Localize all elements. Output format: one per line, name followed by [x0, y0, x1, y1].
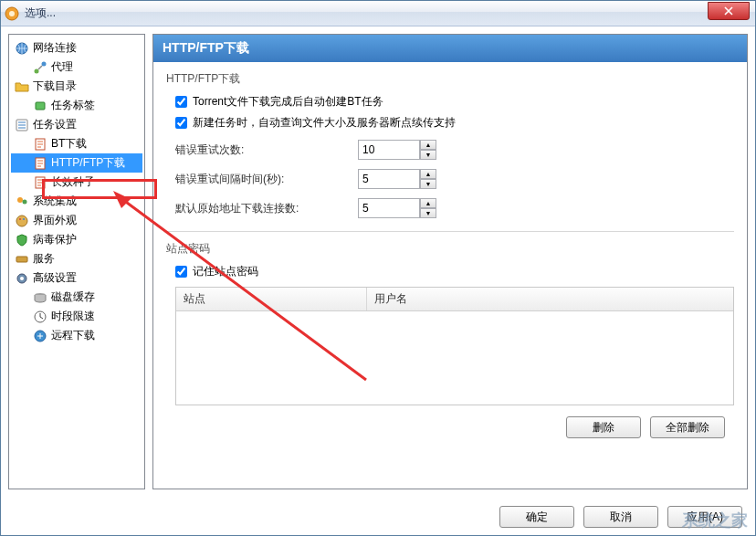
- svg-point-14: [19, 218, 21, 220]
- spin-up-connections[interactable]: ▲: [420, 198, 436, 208]
- app-icon: [5, 6, 19, 21]
- svg-point-1: [9, 11, 15, 16]
- network-icon: [33, 60, 47, 75]
- tree-item-7[interactable]: 长效种子: [11, 173, 142, 192]
- panel-title: HTTP/FTP下载: [153, 35, 747, 62]
- label-auto-create-bt: Torrent文件下载完成后自动创建BT任务: [193, 94, 383, 110]
- settings-tree[interactable]: 网络连接代理下载目录任务标签任务设置BT下载HTTP/FTP下载长效种子系统集成…: [8, 34, 145, 489]
- tree-item-label: 下载目录: [33, 79, 77, 94]
- page-icon: [33, 175, 47, 190]
- titlebar: 选项...: [1, 1, 755, 26]
- spin-up-retry-interval[interactable]: ▲: [420, 169, 436, 179]
- window-title: 选项...: [25, 5, 751, 21]
- group-site-password: 站点密码: [166, 241, 734, 257]
- users-icon: [15, 194, 29, 209]
- svg-point-18: [20, 277, 24, 280]
- cancel-button[interactable]: 取消: [583, 506, 658, 528]
- tree-item-13[interactable]: 磁盘缓存: [11, 288, 142, 307]
- globe-icon: [15, 41, 29, 56]
- tree-item-10[interactable]: 病毒保护: [11, 230, 142, 249]
- tree-item-8[interactable]: 系统集成: [11, 192, 142, 211]
- checkbox-remember-password[interactable]: [175, 266, 187, 278]
- spin-down-connections[interactable]: ▼: [420, 208, 436, 218]
- tree-item-label: 长效种子: [51, 174, 95, 190]
- checkbox-query-filesize[interactable]: [175, 117, 187, 129]
- spin-down-retry-count[interactable]: ▼: [420, 150, 436, 160]
- label-query-filesize: 新建任务时，自动查询文件大小及服务器断点续传支持: [193, 115, 456, 131]
- input-retry-interval[interactable]: [358, 169, 420, 189]
- input-connections[interactable]: [358, 198, 420, 218]
- folder-icon: [15, 79, 29, 94]
- site-password-table[interactable]: 站点 用户名: [175, 287, 734, 405]
- label-connections: 默认原始地址下载连接数:: [175, 201, 358, 216]
- tree-item-label: 高级设置: [33, 270, 77, 286]
- tree-item-label: 磁盘缓存: [51, 289, 95, 305]
- tree-item-label: 系统集成: [33, 194, 77, 209]
- palette-icon: [15, 214, 29, 228]
- tree-item-label: 服务: [33, 251, 55, 267]
- tree-item-1[interactable]: 代理: [11, 58, 142, 77]
- clock-icon: [33, 310, 47, 324]
- spin-down-retry-interval[interactable]: ▼: [420, 179, 436, 189]
- group-http: HTTP/FTP下载: [166, 71, 734, 87]
- tree-item-label: 病毒保护: [33, 232, 77, 247]
- svg-point-3: [35, 68, 39, 73]
- apply-button[interactable]: 应用(A): [667, 506, 742, 528]
- disk-icon: [33, 290, 47, 305]
- tag-icon: [33, 99, 47, 113]
- tree-item-label: 任务设置: [33, 117, 77, 132]
- delete-button[interactable]: 删除: [566, 416, 641, 438]
- close-button[interactable]: [708, 2, 750, 20]
- spin-up-retry-count[interactable]: ▲: [420, 140, 436, 150]
- label-remember-password: 记住站点密码: [193, 264, 258, 279]
- svg-rect-16: [16, 257, 27, 262]
- service-icon: [15, 252, 29, 267]
- svg-point-13: [16, 215, 27, 226]
- tree-item-label: BT下载: [51, 136, 87, 152]
- ok-button[interactable]: 确定: [499, 506, 574, 528]
- tree-item-12[interactable]: 高级设置: [11, 268, 142, 288]
- tree-item-label: 时段限速: [51, 309, 95, 324]
- tree-item-0[interactable]: 网络连接: [11, 38, 142, 58]
- column-username[interactable]: 用户名: [367, 288, 733, 310]
- tree-item-label: 远程下载: [51, 328, 95, 343]
- gear-icon: [15, 271, 29, 286]
- tree-item-label: 代理: [51, 59, 73, 75]
- tree-item-label: 任务标签: [51, 98, 95, 113]
- input-retry-count[interactable]: [358, 140, 420, 160]
- tree-item-5[interactable]: BT下载: [11, 134, 142, 153]
- label-retry-interval: 错误重试间隔时间(秒):: [175, 172, 358, 187]
- divider: [166, 231, 734, 232]
- svg-rect-6: [36, 102, 45, 110]
- tasks-icon: [15, 118, 29, 132]
- svg-line-5: [38, 66, 42, 69]
- svg-point-15: [23, 218, 25, 220]
- tree-item-label: 网络连接: [33, 40, 77, 56]
- tree-item-11[interactable]: 服务: [11, 249, 142, 268]
- svg-point-12: [23, 199, 27, 204]
- tree-item-6[interactable]: HTTP/FTP下载: [11, 153, 142, 173]
- tree-item-label: 界面外观: [33, 213, 77, 228]
- page-icon: [33, 137, 47, 152]
- column-site[interactable]: 站点: [176, 288, 367, 310]
- remote-icon: [33, 329, 47, 343]
- delete-all-button[interactable]: 全部删除: [650, 416, 725, 438]
- shield-icon: [15, 233, 29, 247]
- tree-item-9[interactable]: 界面外观: [11, 211, 142, 230]
- tree-item-label: HTTP/FTP下载: [51, 155, 125, 171]
- checkbox-auto-create-bt[interactable]: [175, 96, 187, 108]
- tree-item-14[interactable]: 时段限速: [11, 307, 142, 326]
- settings-panel: HTTP/FTP下载 HTTP/FTP下载 Torrent文件下载完成后自动创建…: [152, 34, 748, 489]
- label-retry-count: 错误重试次数:: [175, 142, 358, 158]
- tree-item-15[interactable]: 远程下载: [11, 326, 142, 345]
- page-icon: [33, 156, 47, 171]
- tree-item-2[interactable]: 下载目录: [11, 77, 142, 96]
- tree-item-4[interactable]: 任务设置: [11, 115, 142, 134]
- tree-item-3[interactable]: 任务标签: [11, 96, 142, 115]
- svg-point-4: [42, 61, 47, 66]
- svg-point-11: [17, 197, 23, 203]
